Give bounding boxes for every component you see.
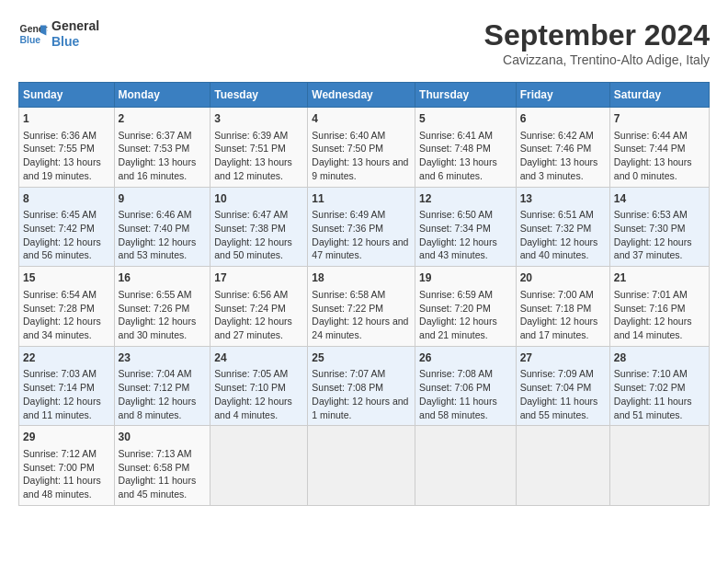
calendar-week-row: 8Sunrise: 6:45 AMSunset: 7:42 PMDaylight… [19,187,710,267]
location-subtitle: Cavizzana, Trentino-Alto Adige, Italy [484,52,710,67]
calendar-cell: 22Sunrise: 7:03 AMSunset: 7:14 PMDayligh… [19,346,115,426]
logo-text-general: General [51,18,99,34]
day-info-line: Sunset: 7:10 PM [214,381,303,395]
day-info-line: Sunrise: 7:05 AM [214,367,303,381]
day-info-line: Sunrise: 6:50 AM [419,208,512,222]
day-info-line: Sunset: 6:58 PM [119,461,207,475]
day-info-line: Daylight: 12 hours and 56 minutes. [23,236,110,262]
calendar-cell [415,426,517,506]
day-number: 13 [520,191,606,207]
calendar-table: SundayMondayTuesdayWednesdayThursdayFrid… [18,82,710,506]
calendar-cell: 27Sunrise: 7:09 AMSunset: 7:04 PMDayligh… [516,346,609,426]
day-info-line: Daylight: 12 hours and 24 minutes. [312,315,411,341]
day-info-line: Daylight: 13 hours and 3 minutes. [520,155,606,182]
day-number: 8 [23,191,110,207]
day-info-line: Sunset: 7:55 PM [23,142,110,155]
day-info-line: Sunrise: 6:42 AM [520,129,606,143]
calendar-cell [308,426,415,506]
day-info-line: Sunset: 7:14 PM [23,381,110,395]
day-info-line: Daylight: 13 hours and 9 minutes. [312,155,411,182]
day-info-line: Daylight: 12 hours and 30 minutes. [119,315,207,341]
day-info-line: Daylight: 12 hours and 27 minutes. [214,315,303,341]
day-number: 16 [119,270,207,286]
day-info-line: Daylight: 12 hours and 21 minutes. [419,315,512,341]
col-header-tuesday: Tuesday [210,83,308,108]
day-number: 5 [419,111,512,127]
calendar-cell: 29Sunrise: 7:12 AMSunset: 7:00 PMDayligh… [19,426,115,506]
day-info-line: Sunrise: 6:44 AM [614,129,705,143]
day-info-line: Sunrise: 6:51 AM [520,208,606,222]
calendar-cell: 30Sunrise: 7:13 AMSunset: 6:58 PMDayligh… [114,426,210,506]
day-info-line: Sunset: 7:34 PM [419,222,512,236]
day-info-line: Daylight: 11 hours and 51 minutes. [614,395,705,421]
calendar-header-row: SundayMondayTuesdayWednesdayThursdayFrid… [19,83,710,108]
day-info-line: Daylight: 13 hours and 0 minutes. [614,155,705,182]
day-info-line: Sunrise: 6:54 AM [23,288,110,302]
day-info-line: Daylight: 11 hours and 58 minutes. [419,395,512,421]
day-info-line: Sunrise: 7:13 AM [119,447,207,461]
calendar-cell: 17Sunrise: 6:56 AMSunset: 7:24 PMDayligh… [210,267,308,347]
day-info-line: Sunset: 7:22 PM [312,302,411,316]
day-info-line: Sunrise: 7:00 AM [520,288,606,302]
day-info-line: Sunset: 7:51 PM [214,142,303,155]
day-number: 21 [614,270,705,286]
day-info-line: Sunrise: 7:12 AM [23,447,110,461]
calendar-cell: 28Sunrise: 7:10 AMSunset: 7:02 PMDayligh… [609,346,709,426]
day-info-line: Sunrise: 6:55 AM [119,288,207,302]
day-info-line: Sunrise: 6:58 AM [312,288,411,302]
day-info-line: Sunset: 7:36 PM [312,222,411,236]
day-info-line: Sunrise: 7:01 AM [614,288,705,302]
day-number: 27 [520,350,606,366]
day-info-line: Daylight: 12 hours and 11 minutes. [23,395,110,421]
day-number: 7 [614,111,705,127]
day-info-line: Daylight: 13 hours and 6 minutes. [419,155,512,182]
day-number: 6 [520,111,606,127]
calendar-cell: 7Sunrise: 6:44 AMSunset: 7:44 PMDaylight… [609,108,709,188]
day-info-line: Sunset: 7:12 PM [119,381,207,395]
calendar-cell: 2Sunrise: 6:37 AMSunset: 7:53 PMDaylight… [114,108,210,188]
day-number: 11 [312,191,411,207]
day-info-line: Sunrise: 6:59 AM [419,288,512,302]
calendar-week-row: 22Sunrise: 7:03 AMSunset: 7:14 PMDayligh… [19,346,710,426]
day-number: 17 [214,270,303,286]
day-number: 4 [312,111,411,127]
col-header-saturday: Saturday [609,83,709,108]
calendar-cell: 26Sunrise: 7:08 AMSunset: 7:06 PMDayligh… [415,346,517,426]
day-info-line: Sunset: 7:53 PM [119,142,207,155]
day-info-line: Sunrise: 7:10 AM [614,367,705,381]
day-info-line: Daylight: 12 hours and 37 minutes. [614,236,705,262]
day-info-line: Daylight: 11 hours and 55 minutes. [520,395,606,421]
day-info-line: Sunset: 7:42 PM [23,222,110,236]
calendar-cell [609,426,709,506]
day-info-line: Sunset: 7:46 PM [520,142,606,155]
month-title: September 2024 [484,18,710,52]
day-number: 23 [119,350,207,366]
day-number: 14 [614,191,705,207]
day-info-line: Sunrise: 6:39 AM [214,129,303,143]
calendar-cell: 24Sunrise: 7:05 AMSunset: 7:10 PMDayligh… [210,346,308,426]
title-area: September 2024 Cavizzana, Trentino-Alto … [484,18,710,67]
day-info-line: Daylight: 13 hours and 16 minutes. [119,155,207,182]
day-info-line: Sunset: 7:48 PM [419,142,512,155]
day-number: 18 [312,270,411,286]
day-info-line: Sunrise: 7:03 AM [23,367,110,381]
day-number: 19 [419,270,512,286]
day-info-line: Daylight: 12 hours and 43 minutes. [419,236,512,262]
calendar-week-row: 1Sunrise: 6:36 AMSunset: 7:55 PMDaylight… [19,108,710,188]
day-info-line: Daylight: 11 hours and 45 minutes. [119,474,207,500]
day-info-line: Sunrise: 6:56 AM [214,288,303,302]
day-info-line: Sunrise: 6:45 AM [23,208,110,222]
day-number: 20 [520,270,606,286]
day-number: 29 [23,430,110,445]
day-info-line: Sunset: 7:00 PM [23,461,110,475]
day-number: 15 [23,270,110,286]
day-info-line: Sunset: 7:16 PM [614,302,705,316]
day-info-line: Sunset: 7:32 PM [520,222,606,236]
day-info-line: Sunrise: 6:36 AM [23,129,110,143]
day-info-line: Sunrise: 7:04 AM [119,367,207,381]
day-info-line: Sunset: 7:50 PM [312,142,411,155]
col-header-friday: Friday [516,83,609,108]
day-info-line: Sunset: 7:28 PM [23,302,110,316]
day-number: 28 [614,350,705,366]
calendar-cell: 15Sunrise: 6:54 AMSunset: 7:28 PMDayligh… [19,267,115,347]
